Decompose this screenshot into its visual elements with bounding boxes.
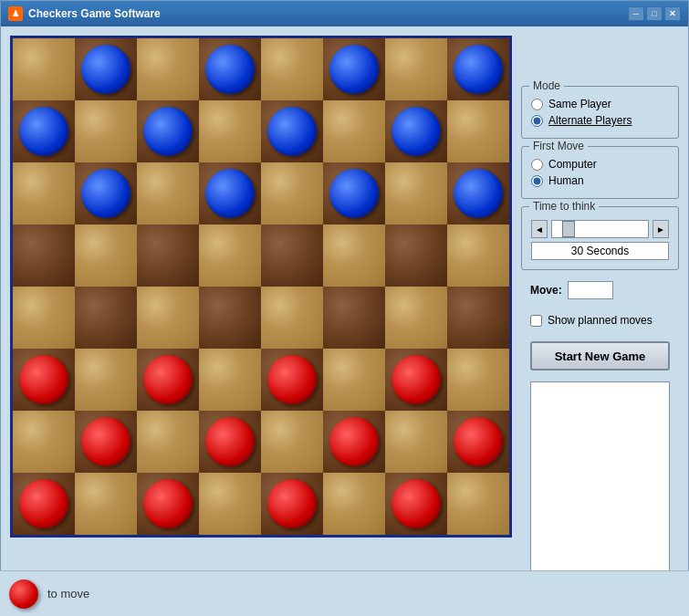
move-input[interactable] [568, 281, 613, 299]
board-cell-4-3[interactable] [199, 287, 261, 349]
board-cell-0-5[interactable] [323, 38, 385, 100]
slider-track[interactable] [551, 220, 649, 238]
red-piece-6-3[interactable] [205, 417, 255, 466]
same-player-radio[interactable] [531, 99, 543, 110]
board-cell-1-5[interactable] [323, 100, 385, 162]
board-cell-5-7[interactable] [447, 349, 509, 411]
board-cell-6-7[interactable] [447, 411, 509, 473]
blue-piece-2-3[interactable] [205, 169, 255, 218]
board-cell-1-3[interactable] [199, 100, 261, 162]
alternate-players-label[interactable]: Alternate Players [548, 114, 632, 127]
board-cell-0-2[interactable] [137, 38, 199, 100]
board-cell-6-2[interactable] [137, 411, 199, 473]
board-cell-3-6[interactable] [385, 224, 447, 287]
board-cell-0-0[interactable] [13, 38, 75, 100]
board-cell-0-7[interactable] [447, 38, 509, 100]
board-cell-7-3[interactable] [199, 473, 261, 535]
board-cell-0-3[interactable] [199, 38, 261, 100]
red-piece-6-5[interactable] [329, 417, 379, 466]
blue-piece-0-3[interactable] [205, 45, 255, 94]
board-cell-1-7[interactable] [447, 100, 509, 162]
red-piece-7-4[interactable] [267, 479, 317, 528]
blue-piece-2-5[interactable] [329, 169, 379, 218]
board-cell-4-7[interactable] [447, 287, 509, 349]
slider-right-arrow[interactable]: ► [652, 220, 669, 238]
board-cell-5-6[interactable] [385, 349, 447, 411]
board-cell-3-5[interactable] [323, 224, 385, 287]
board-cell-1-0[interactable] [13, 100, 75, 162]
blue-piece-1-6[interactable] [391, 107, 441, 156]
blue-piece-2-1[interactable] [81, 169, 130, 218]
blue-piece-2-7[interactable] [454, 169, 503, 218]
board-cell-6-0[interactable] [13, 411, 75, 473]
board-cell-0-1[interactable] [75, 38, 137, 100]
red-piece-5-2[interactable] [143, 355, 193, 404]
board-cell-2-0[interactable] [13, 162, 75, 224]
board-cell-2-7[interactable] [447, 162, 509, 224]
board-cell-2-6[interactable] [385, 162, 447, 224]
human-label[interactable]: Human [548, 174, 584, 187]
board-cell-4-2[interactable] [137, 287, 199, 349]
blue-piece-1-4[interactable] [267, 107, 317, 156]
red-piece-5-4[interactable] [267, 355, 317, 404]
show-planned-label[interactable]: Show planned moves [548, 314, 652, 327]
blue-piece-1-0[interactable] [19, 107, 68, 156]
board-cell-3-4[interactable] [261, 224, 323, 287]
board-cell-3-2[interactable] [137, 224, 199, 287]
board-cell-5-1[interactable] [75, 349, 137, 411]
board-cell-7-4[interactable] [261, 473, 323, 535]
same-player-label[interactable]: Same Player [548, 98, 611, 110]
board-cell-1-2[interactable] [137, 100, 199, 162]
board-cell-5-3[interactable] [199, 349, 261, 411]
board-cell-7-7[interactable] [447, 473, 509, 535]
minimize-button[interactable]: ─ [628, 6, 644, 21]
board-cell-5-2[interactable] [137, 349, 199, 411]
board-cell-2-3[interactable] [199, 162, 261, 224]
board-cell-4-6[interactable] [385, 287, 447, 349]
board-cell-3-0[interactable] [13, 224, 75, 287]
slider-left-arrow[interactable]: ◄ [531, 220, 548, 238]
red-piece-7-0[interactable] [19, 479, 68, 528]
board-cell-2-1[interactable] [75, 162, 137, 224]
red-piece-5-6[interactable] [391, 355, 441, 404]
red-piece-6-1[interactable] [81, 417, 130, 466]
red-piece-7-2[interactable] [143, 479, 193, 528]
board-cell-4-4[interactable] [261, 287, 323, 349]
board-cell-2-4[interactable] [261, 162, 323, 224]
board-cell-6-3[interactable] [199, 411, 261, 473]
computer-label[interactable]: Computer [548, 158, 597, 171]
board-cell-4-0[interactable] [13, 287, 75, 349]
board-cell-1-6[interactable] [385, 100, 447, 162]
alternate-players-radio[interactable] [531, 115, 543, 127]
red-piece-7-6[interactable] [391, 479, 441, 528]
board-cell-1-1[interactable] [75, 100, 137, 162]
board-cell-7-0[interactable] [13, 473, 75, 535]
board-cell-1-4[interactable] [261, 100, 323, 162]
red-piece-6-7[interactable] [454, 417, 503, 466]
show-planned-checkbox[interactable] [530, 315, 542, 327]
board-cell-6-6[interactable] [385, 411, 447, 473]
board-cell-2-5[interactable] [323, 162, 385, 224]
board-cell-4-1[interactable] [75, 287, 137, 349]
board-cell-5-0[interactable] [13, 349, 75, 411]
board-cell-2-2[interactable] [137, 162, 199, 224]
start-new-game-button[interactable]: Start New Game [530, 341, 670, 371]
blue-piece-0-1[interactable] [81, 45, 130, 94]
human-radio[interactable] [531, 175, 543, 187]
blue-piece-0-5[interactable] [329, 45, 379, 94]
checkers-board[interactable] [13, 38, 509, 535]
restore-button[interactable]: □ [646, 6, 663, 21]
board-cell-3-3[interactable] [199, 224, 261, 287]
board-cell-3-7[interactable] [447, 224, 509, 287]
board-cell-0-4[interactable] [261, 38, 323, 100]
board-cell-6-5[interactable] [323, 411, 385, 473]
slider-thumb[interactable] [562, 221, 575, 237]
board-cell-7-2[interactable] [137, 473, 199, 535]
close-button[interactable]: ✕ [664, 6, 681, 21]
board-cell-7-1[interactable] [75, 473, 137, 535]
board-cell-6-4[interactable] [261, 411, 323, 473]
blue-piece-1-2[interactable] [143, 107, 193, 156]
computer-radio[interactable] [531, 159, 543, 171]
board-cell-6-1[interactable] [75, 411, 137, 473]
board-cell-3-1[interactable] [75, 224, 137, 287]
